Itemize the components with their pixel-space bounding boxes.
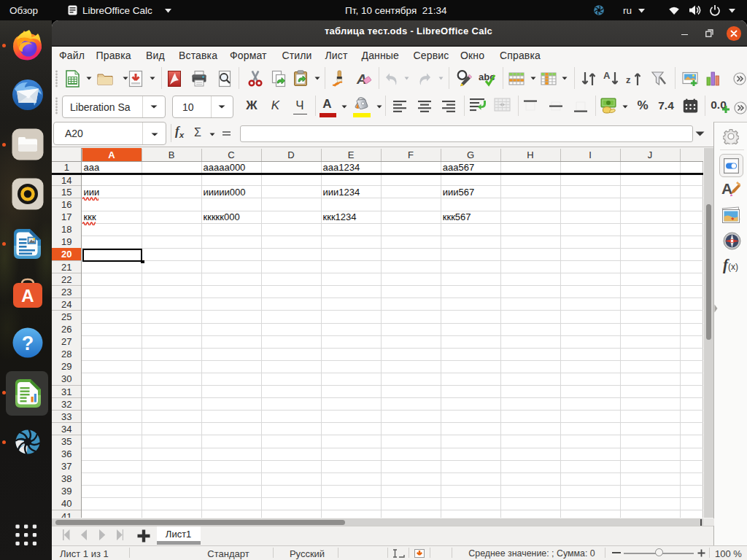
svg-text:z: z [626,74,631,85]
svg-text:A: A [21,286,34,306]
svg-text:?: ? [22,332,34,354]
svg-text:A: A [603,70,611,81]
